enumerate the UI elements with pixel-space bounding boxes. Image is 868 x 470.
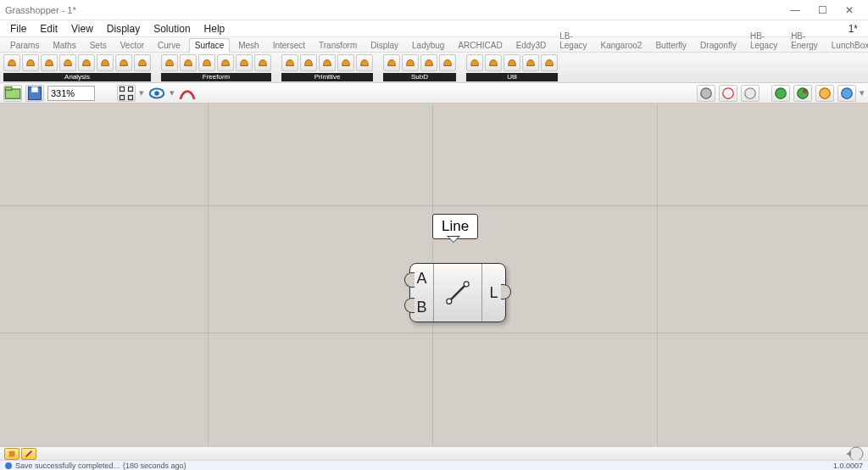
svg-point-17 — [842, 87, 853, 98]
zoom-extents-button[interactable] — [117, 85, 136, 102]
ribbon-tab-display[interactable]: Display — [365, 39, 403, 52]
version-label: 1.0.0007 — [833, 462, 863, 470]
ribbon-tool-analysis-6[interactable] — [115, 54, 132, 71]
ribbon-tool-analysis-5[interactable] — [97, 54, 114, 71]
ribbon-tool-analysis-3[interactable] — [59, 54, 76, 71]
sketch-button[interactable] — [178, 85, 197, 102]
ribbon-tab-eddy3d[interactable]: Eddy3D — [511, 39, 552, 52]
ribbon-tool-freeform-3[interactable] — [217, 54, 234, 71]
document-preview-button[interactable] — [837, 85, 856, 102]
ribbon-tab-archicad[interactable]: ARCHICAD — [453, 39, 507, 52]
menu-view[interactable]: View — [64, 21, 100, 36]
sketch-widget-button[interactable] — [21, 448, 36, 460]
ribbon-tool-freeform-1[interactable] — [180, 54, 197, 71]
ribbon-tool-freeform-0[interactable] — [161, 54, 178, 71]
svg-rect-3 — [31, 87, 38, 92]
ribbon-tool-analysis-4[interactable] — [78, 54, 95, 71]
component-outputs: L — [481, 264, 505, 322]
no-preview-button[interactable] — [741, 85, 760, 102]
ribbon-tab-dragonfly[interactable]: Dragonfly — [695, 39, 742, 52]
menu-bar: File Edit View Display Solution Help 1* — [0, 20, 868, 37]
ribbon-tab-surface[interactable]: Surface — [189, 38, 230, 53]
title-bar: Grasshopper - 1* — ☐ ✕ — [0, 0, 868, 20]
ribbon-tool-freeform-5[interactable] — [254, 54, 271, 71]
ribbon-tool-freeform-4[interactable] — [236, 54, 253, 71]
ribbon-tool-util-2[interactable] — [504, 54, 520, 71]
ribbon-tab-curve[interactable]: Curve — [153, 39, 186, 52]
preview-toggle-button[interactable] — [147, 85, 166, 102]
shaded-preview-button[interactable] — [697, 85, 715, 102]
component-icon — [434, 264, 481, 322]
preview-settings-button[interactable] — [815, 85, 834, 102]
ribbon-group-label: SubD — [383, 73, 456, 81]
preview-mesh-button[interactable] — [793, 85, 812, 102]
line-component[interactable]: A B L — [409, 263, 506, 322]
ribbon-tab-sets[interactable]: Sets — [85, 39, 112, 52]
input-port-b[interactable] — [404, 298, 415, 313]
svg-rect-7 — [129, 95, 133, 99]
ribbon-tool-subd-3[interactable] — [439, 54, 456, 71]
wireframe-preview-button[interactable] — [719, 85, 737, 102]
markov-widget-button[interactable] — [4, 448, 19, 460]
svg-point-19 — [447, 299, 452, 304]
svg-point-13 — [776, 87, 787, 98]
ribbon-tool-analysis-7[interactable] — [134, 54, 151, 71]
ribbon-tool-primitive-2[interactable] — [319, 54, 336, 71]
ribbon-tab-transform[interactable]: Transform — [314, 39, 362, 52]
menu-edit[interactable]: Edit — [33, 21, 64, 36]
ribbon-tool-freeform-2[interactable] — [198, 54, 215, 71]
menu-solution[interactable]: Solution — [147, 21, 197, 36]
ribbon-tab-intersect[interactable]: Intersect — [268, 39, 310, 52]
ribbon-tool-util-1[interactable] — [485, 54, 502, 71]
ribbon-tab-lunchbox[interactable]: LunchBox — [826, 39, 868, 52]
ribbon-tool-primitive-3[interactable] — [337, 54, 354, 71]
menu-help[interactable]: Help — [198, 21, 232, 36]
only-selected-button[interactable] — [771, 85, 790, 102]
svg-point-22 — [849, 447, 863, 461]
doc-indicator: 1* — [842, 21, 865, 36]
ribbon-tab-hb-legacy[interactable]: HB-Legacy — [745, 30, 782, 52]
menu-file[interactable]: File — [3, 21, 33, 36]
ribbon-tab-maths[interactable]: Maths — [47, 39, 81, 52]
minimize-button[interactable]: — — [782, 4, 809, 16]
maximize-button[interactable]: ☐ — [809, 4, 836, 16]
svg-rect-1 — [5, 87, 12, 90]
ribbon-tab-kangaroo2[interactable]: Kangaroo2 — [595, 39, 647, 52]
ribbon-tool-util-0[interactable] — [466, 54, 483, 71]
ribbon-tool-subd-0[interactable] — [383, 54, 400, 71]
save-file-button[interactable] — [25, 85, 44, 102]
menu-display[interactable]: Display — [100, 21, 147, 36]
ribbon-tool-analysis-2[interactable] — [41, 54, 58, 71]
svg-point-20 — [464, 282, 469, 287]
svg-point-14 — [798, 87, 809, 98]
ribbon-tool-util-4[interactable] — [541, 54, 558, 71]
ribbon-tab-lb-legacy[interactable]: LB-Legacy — [554, 30, 592, 52]
status-bar: Save successfully completed… (180 second… — [0, 460, 868, 470]
ribbon-group-label: Freeform — [161, 73, 271, 81]
svg-point-11 — [723, 87, 734, 98]
open-file-button[interactable] — [3, 85, 22, 102]
ribbon-tool-util-3[interactable] — [522, 54, 539, 71]
ribbon-tool-primitive-1[interactable] — [300, 54, 317, 71]
ribbon-group-label: Primitive — [281, 73, 373, 81]
ribbon-tool-primitive-4[interactable] — [356, 54, 373, 71]
input-label-b: B — [416, 299, 426, 316]
input-port-a[interactable] — [404, 272, 415, 288]
ribbon-tab-butterfly[interactable]: Butterfly — [650, 39, 692, 52]
ribbon-tool-subd-2[interactable] — [420, 54, 437, 71]
ribbon-tool-subd-1[interactable] — [402, 54, 419, 71]
ribbon-group-util: Util — [466, 54, 558, 81]
zoom-input[interactable]: 331% — [47, 86, 95, 101]
ribbon-tool-primitive-0[interactable] — [281, 54, 298, 71]
ribbon-tab-hb-energy[interactable]: HB-Energy — [786, 30, 823, 52]
ribbon-tool-analysis-1[interactable] — [22, 54, 39, 71]
ribbon-tab-params[interactable]: Params — [5, 39, 44, 52]
canvas-area[interactable]: Line A B L — [0, 104, 868, 446]
ribbon-group-freeform: Freeform — [161, 54, 271, 81]
ribbon-tab-mesh[interactable]: Mesh — [233, 39, 264, 52]
ribbon-tab-ladybug[interactable]: Ladybug — [407, 39, 449, 52]
close-button[interactable]: ✕ — [836, 4, 863, 16]
bottom-bar — [0, 446, 868, 460]
ribbon-tool-analysis-0[interactable] — [3, 54, 20, 71]
ribbon-tab-vector[interactable]: Vector — [115, 39, 149, 52]
